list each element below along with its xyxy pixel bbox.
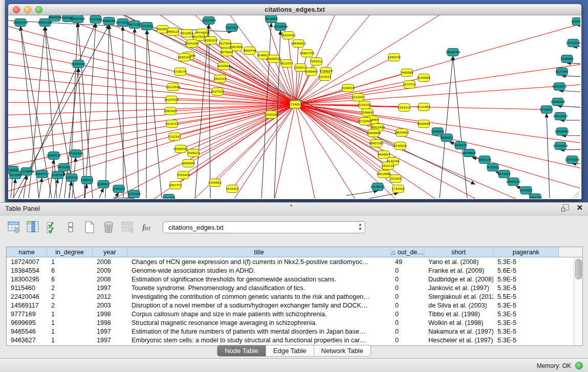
new-table-icon[interactable]	[82, 220, 97, 235]
table-cell[interactable]: 49	[391, 257, 424, 266]
network-node[interactable]: 18300295	[264, 111, 279, 119]
network-node[interactable]: 2861455	[164, 107, 177, 115]
table-cell[interactable]: 5.3E-5	[493, 336, 559, 344]
network-node[interactable]: 9756928	[394, 142, 407, 150]
table-cell[interactable]: 0	[391, 266, 424, 275]
network-node[interactable]: 8813054	[265, 15, 278, 23]
table-cell[interactable]: Tibbo et al. (1998)	[424, 310, 493, 318]
table-cell[interactable]: Structural magnetic resonance image aver…	[127, 318, 391, 327]
network-node[interactable]: 8822037	[280, 60, 293, 68]
float-window-icon[interactable]	[561, 204, 569, 211]
table-cell[interactable]: Genome-wide association studies in ADHD.	[127, 266, 391, 275]
column-header-pagerank[interactable]: pagerank	[493, 247, 559, 257]
network-node[interactable]: 16033809	[202, 17, 216, 25]
column-stack-icon[interactable]	[63, 220, 78, 235]
network-node[interactable]: 8454749	[244, 47, 256, 55]
network-node[interactable]: 1092344	[163, 194, 176, 199]
column-header-name[interactable]: name	[7, 247, 47, 257]
table-cell[interactable]: 0	[391, 283, 424, 292]
network-node[interactable]: 8912954	[181, 30, 193, 37]
table-row[interactable]: 1872400712008Changes of HCN gene express…	[7, 257, 582, 266]
network-node[interactable]: 18107554	[164, 96, 179, 104]
table-cell[interactable]: Hescheler et al. (1997)	[424, 336, 493, 344]
table-cell[interactable]: 1997	[93, 336, 127, 344]
table-cell[interactable]: Jankovic et al. (1997)	[424, 283, 493, 292]
delete-table-disabled-icon[interactable]	[120, 220, 135, 235]
network-node[interactable]: 8186328	[205, 37, 217, 45]
column-header-year[interactable]: year	[93, 247, 127, 257]
network-node[interactable]: 10655287	[71, 15, 85, 23]
network-canvas[interactable]: 1724001240557242069140696642191063962106…	[8, 15, 580, 199]
network-node[interactable]: 1815132	[382, 162, 395, 170]
table-cell[interactable]: 0	[391, 318, 424, 327]
table-row[interactable]: 977716911998Corpus callosum shape and si…	[7, 310, 582, 318]
column-header-out_de[interactable]: △out_de…	[391, 247, 424, 257]
network-node[interactable]: 1292344	[128, 190, 141, 198]
table-cell[interactable]: 1	[47, 310, 93, 318]
table-mode-icon[interactable]	[6, 220, 21, 235]
table-cell[interactable]: 19384554	[7, 266, 47, 275]
table-cell[interactable]: 0	[391, 275, 424, 283]
network-node[interactable]: 24055724	[13, 19, 28, 27]
table-cell[interactable]: 2	[47, 283, 93, 292]
network-node[interactable]: 1914112	[398, 104, 411, 112]
network-node[interactable]: 7485088	[401, 69, 413, 77]
network-node[interactable]: 18325419	[281, 32, 296, 39]
table-cell[interactable]: 2003	[93, 301, 127, 310]
network-node[interactable]: 1350515	[66, 174, 78, 182]
network-node[interactable]: 8105683	[209, 179, 222, 187]
table-cell[interactable]: 2008	[93, 257, 127, 266]
network-node[interactable]: 6879197	[454, 142, 467, 149]
table-cell[interactable]: 5.9E-5	[493, 275, 559, 283]
table-cell[interactable]: Dudbridge et al. (2008)	[424, 275, 493, 283]
network-node[interactable]: 15751074	[566, 39, 580, 47]
table-cell[interactable]: Estimation of significance thresholds fo…	[127, 275, 391, 283]
network-node[interactable]: 18807293	[369, 140, 384, 147]
table-row[interactable]: 946362711997Embryonic stem cells: a mode…	[7, 336, 582, 344]
network-node[interactable]: 7625402	[177, 171, 190, 179]
table-cell[interactable]: 6	[47, 266, 93, 275]
network-node[interactable]: 2718176	[174, 68, 187, 76]
network-node[interactable]: 1621022	[319, 73, 332, 81]
network-node[interactable]: 14671355	[127, 21, 142, 29]
network-node[interactable]: 15892991	[555, 128, 570, 136]
table-cell[interactable]: 5.3E-5	[493, 301, 559, 310]
table-cell[interactable]: 0	[391, 336, 424, 344]
network-node[interactable]: 7857224	[226, 24, 238, 32]
network-node[interactable]: 9664219	[49, 15, 61, 21]
network-view-window[interactable]: citations_edges.txt 17240012405572420691…	[8, 4, 582, 200]
network-node[interactable]: 7955812	[310, 58, 323, 65]
network-node[interactable]: 8216108	[358, 101, 371, 109]
network-node[interactable]: 1795722	[81, 177, 94, 184]
table-cell[interactable]: Tourette syndrome. Phenomenology and cla…	[127, 283, 391, 292]
table-cell[interactable]: Yano et al. (2008)	[424, 257, 493, 266]
network-node[interactable]: 9875685	[221, 49, 233, 56]
network-node[interactable]: 1875715	[403, 81, 416, 89]
network-node[interactable]: 8990448	[305, 68, 318, 76]
network-node[interactable]: 12444159	[551, 98, 565, 106]
table-cell[interactable]: 1	[47, 336, 93, 344]
network-node[interactable]: 9699695	[418, 120, 430, 128]
table-selector[interactable]: citations_edges.txt ▴▾	[163, 221, 365, 233]
table-cell[interactable]: 5.5E-5	[493, 292, 559, 301]
network-node[interactable]: 9860125	[167, 28, 180, 36]
table-cell[interactable]: 9465546	[7, 327, 47, 336]
show-columns-icon[interactable]	[25, 220, 40, 235]
network-node[interactable]: 1031647	[352, 94, 365, 101]
network-node[interactable]: 252254	[390, 175, 401, 183]
network-node[interactable]: 11875326	[565, 156, 580, 164]
table-cell[interactable]: 0	[391, 292, 424, 301]
table-cell[interactable]: 2012	[93, 292, 127, 301]
network-node[interactable]: 21053346	[71, 60, 86, 68]
network-node[interactable]: 9154409	[418, 74, 430, 82]
network-node[interactable]: 1609944	[182, 160, 195, 167]
table-cell[interactable]: Estimation of the future numbers of pati…	[127, 327, 391, 336]
table-cell[interactable]: 0	[391, 301, 424, 310]
column-header-title[interactable]: title	[127, 247, 391, 257]
table-cell[interactable]: 9115460	[7, 283, 47, 292]
network-node[interactable]: 7204697	[361, 109, 374, 117]
table-cell[interactable]: 1997	[93, 283, 127, 292]
close-icon[interactable]: ✕	[576, 204, 583, 211]
row-selection-icon[interactable]	[44, 220, 59, 235]
table-cell[interactable]: Wolkin et al. (1998)	[424, 318, 493, 327]
